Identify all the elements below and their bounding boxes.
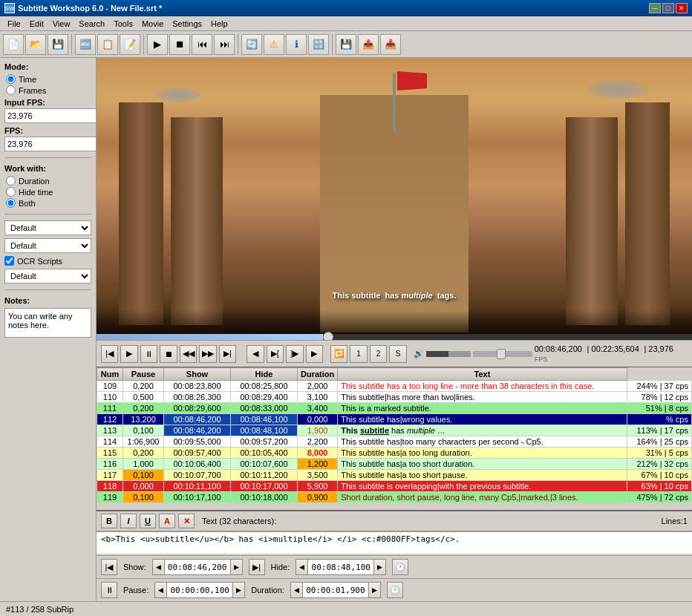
set-end-btn[interactable]: 🕐 [392, 559, 408, 575]
edit-text-input[interactable]: <b>This <u>subtitle</u></b> has <i>multi… [97, 531, 692, 554]
duration-icon-btn[interactable]: 🕐 [387, 582, 403, 598]
mode-time-radio[interactable] [6, 74, 16, 84]
translate-button[interactable]: 🔤 [75, 34, 96, 55]
stop-btn[interactable]: ⏹ [160, 345, 177, 363]
video-brightness-bar[interactable] [473, 351, 532, 357]
volume-bar[interactable] [426, 351, 471, 357]
table-scroll[interactable]: Num Pause Show Hide Duration Text 109 0,… [97, 367, 692, 510]
pause-dec-btn[interactable]: ◀ [154, 582, 166, 598]
hide-inc-btn[interactable]: ▶ [374, 559, 386, 575]
hide-input[interactable] [307, 559, 374, 575]
menu-movie[interactable]: Movie [137, 18, 168, 30]
pause-icon-btn[interactable]: ⏸ [101, 582, 117, 598]
seek-bar-bg[interactable] [97, 334, 692, 340]
save2-button[interactable]: 💾 [336, 34, 356, 55]
pause-input[interactable] [166, 582, 233, 598]
rewind-button[interactable]: ⏮ [192, 34, 212, 55]
menu-help[interactable]: Help [206, 18, 232, 30]
sub-next-btn[interactable]: ▶ [306, 345, 323, 363]
paste-button[interactable]: 📝 [120, 34, 140, 55]
save-button[interactable]: 💾 [48, 34, 68, 55]
ocr-dropdown[interactable]: Default [4, 269, 91, 284]
duration-dec-btn[interactable]: ◀ [290, 582, 302, 598]
play-button[interactable]: ▶ [147, 34, 168, 55]
maximize-button[interactable]: □ [662, 3, 674, 13]
dropdown2[interactable]: Default [4, 238, 91, 253]
work-duration-option[interactable]: Duration [6, 176, 91, 186]
mode-frames-option[interactable]: Frames [6, 85, 91, 95]
show-inc-btn[interactable]: ▶ [231, 559, 243, 575]
bold-button[interactable]: B [101, 514, 117, 528]
menu-file[interactable]: File [3, 18, 25, 30]
sub-1-btn[interactable]: 1 [350, 345, 367, 363]
sub-3-btn[interactable]: S [389, 345, 406, 363]
sub-2-btn[interactable]: 2 [370, 345, 387, 363]
table-row[interactable]: 110 0,500 00:08:26,300 00:08:29,400 3,10… [97, 392, 692, 403]
skip-start-btn[interactable]: |◀ [101, 345, 118, 363]
table-row[interactable]: 117 0,100 00:10:07,700 00:10:11,200 3,50… [97, 470, 692, 481]
close-button[interactable]: ✕ [676, 3, 688, 13]
sub-end-btn[interactable]: ]▶ [286, 345, 303, 363]
work-both-radio[interactable] [6, 198, 16, 208]
menu-view[interactable]: View [48, 18, 75, 30]
italic-button[interactable]: I [120, 514, 137, 528]
mode-time-option[interactable]: Time [6, 74, 91, 84]
spell-button[interactable]: 🔡 [308, 34, 329, 55]
table-row[interactable]: 109 0,200 00:08:23,800 00:08:25,800 2,00… [97, 381, 692, 392]
minimize-button[interactable]: ─ [649, 3, 661, 13]
work-both-option[interactable]: Both [6, 198, 91, 208]
seek-thumb[interactable] [323, 332, 333, 340]
pause-btn[interactable]: ⏸ [140, 345, 157, 363]
table-row[interactable]: 112 13,200 00:08:46,200 00:08:46,100 0,0… [97, 414, 692, 425]
dropdown1[interactable]: Default [4, 220, 91, 235]
duration-inc-btn[interactable]: ▶ [369, 582, 381, 598]
goto-start-btn[interactable]: |◀ [101, 559, 117, 575]
table-row[interactable]: 119 0,100 00:10:17,100 00:10:18,000 0,90… [97, 492, 692, 503]
fps-field[interactable] [4, 137, 97, 151]
table-row[interactable]: 111 0,200 00:08:29,600 00:08:33,000 3,40… [97, 403, 692, 414]
menu-tools[interactable]: Tools [109, 18, 137, 30]
mode-frames-radio[interactable] [6, 85, 16, 95]
sub-start-btn[interactable]: ▶[ [267, 345, 284, 363]
duration-input[interactable] [302, 582, 369, 598]
work-hidetime-radio[interactable] [6, 187, 16, 197]
stop-button[interactable]: ⏹ [169, 34, 190, 55]
loop-btn[interactable]: 🔁 [330, 345, 347, 363]
new-button[interactable]: 📄 [3, 34, 24, 55]
table-row[interactable]: 118 0,000 00:10:11,100 00:10:17,000 5,90… [97, 481, 692, 492]
delete-tag-button[interactable]: ✕ [178, 514, 195, 528]
forward-button[interactable]: ⏭ [214, 34, 235, 55]
show-input[interactable] [164, 559, 231, 575]
work-duration-radio[interactable] [6, 176, 16, 186]
format-bar: B I U A ✕ Text (32 characters): Lines:1 [97, 511, 692, 531]
table-row[interactable]: 116 1,000 00:10:06,400 00:10:07,600 1,20… [97, 459, 692, 470]
work-hidetime-option[interactable]: Hide time [6, 187, 91, 197]
ocr-scripts-checkbox[interactable] [4, 256, 14, 266]
import-button[interactable]: 📥 [380, 34, 401, 55]
skip-fwd-btn[interactable]: ▶▶ [199, 345, 216, 363]
menu-settings[interactable]: Settings [168, 18, 206, 30]
menu-search[interactable]: Search [74, 18, 109, 30]
play-btn[interactable]: ▶ [120, 345, 137, 363]
color-button[interactable]: A [159, 514, 175, 528]
table-row[interactable]: 113 0,100 00:08:46,200 00:08:48,100 1,90… [97, 425, 692, 436]
table-row[interactable]: 114 1:06,900 00:09:55,000 00:09:57,200 2… [97, 436, 692, 448]
skip-back-btn[interactable]: ◀◀ [180, 345, 197, 363]
warn-button[interactable]: ⚠ [264, 34, 284, 55]
show-dec-btn[interactable]: ◀ [152, 559, 164, 575]
copy-button[interactable]: 📋 [97, 34, 118, 55]
goto-end-btn[interactable]: ▶| [249, 559, 265, 575]
notes-box[interactable]: You can write any notes here. [4, 308, 91, 338]
open-button[interactable]: 📂 [25, 34, 46, 55]
sub-prev-btn[interactable]: ◀ [247, 345, 264, 363]
reload-button[interactable]: 🔄 [241, 34, 262, 55]
menu-edit[interactable]: Edit [25, 18, 48, 30]
underline-button[interactable]: U [140, 514, 156, 528]
hide-dec-btn[interactable]: ◀ [296, 559, 307, 575]
table-row[interactable]: 115 0,200 00:09:57,400 00:10:05,400 8,00… [97, 448, 692, 459]
pause-inc-btn[interactable]: ▶ [233, 582, 245, 598]
export-button[interactable]: 📤 [358, 34, 379, 55]
info-button[interactable]: ℹ [286, 34, 307, 55]
input-fps-field[interactable] [4, 108, 97, 123]
skip-end-btn[interactable]: ▶| [219, 345, 236, 363]
